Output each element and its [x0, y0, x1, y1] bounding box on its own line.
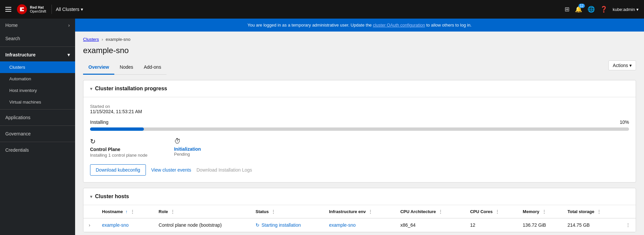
col-status[interactable]: Status ⋮ [250, 205, 324, 218]
row-kebab-icon[interactable]: ⋮ [626, 222, 630, 228]
install-step-control-plane: ↻ Control Plane Installing 1 control pla… [90, 137, 148, 158]
control-plane-icon: ↻ [90, 137, 148, 145]
sidebar-governance-label: Governance [5, 131, 31, 136]
page-content: Clusters › example-sno example-sno Overv… [75, 32, 644, 235]
infra-col-menu[interactable]: ⋮ [368, 209, 373, 214]
cell-role: Control plane node (bootstrap) [153, 218, 250, 232]
storage-col-menu[interactable]: ⋮ [597, 209, 601, 214]
actions-label: Actions [613, 63, 628, 68]
download-logs-label: Download Installation Logs [196, 167, 252, 173]
col-role[interactable]: Role ⋮ [153, 205, 250, 218]
cluster-selector-label: All Clusters [56, 7, 79, 12]
cpu-cores-col-menu[interactable]: ⋮ [495, 209, 499, 214]
hostname-col-menu[interactable]: ⋮ [130, 209, 135, 214]
control-plane-status: Installing 1 control plane node [90, 153, 148, 158]
col-cpu-arch[interactable]: CPU Architecture ⋮ [395, 205, 465, 218]
sidebar-divider-1 [0, 46, 75, 47]
status-col-menu[interactable]: ⋮ [271, 209, 275, 214]
expand-col [83, 205, 97, 218]
initialization-link[interactable]: Initialization [174, 146, 201, 152]
sidebar-search-label: Search [5, 36, 20, 41]
main-content: You are logged in as a temporary adminis… [75, 19, 644, 235]
cluster-hosts-title: Cluster hosts [95, 194, 129, 199]
sidebar-divider-2 [0, 109, 75, 110]
globe-icon[interactable]: 🌐 [588, 6, 595, 13]
sidebar-credentials-label: Credentials [5, 147, 29, 153]
page-header: Overview Nodes Add-ons Actions ▾ [83, 60, 636, 75]
hamburger-menu[interactable] [5, 7, 11, 12]
sidebar-item-virtual-machines[interactable]: Virtual machines [0, 96, 75, 108]
memory-col-menu[interactable]: ⋮ [542, 209, 546, 214]
cell-cpu-arch: x86_64 [395, 218, 465, 232]
installation-section-body: Started on 11/15/2024, 11:53:21 AM Insta… [83, 97, 636, 182]
username: kube:admin [613, 7, 635, 12]
install-steps: ↻ Control Plane Installing 1 control pla… [90, 137, 629, 158]
breadcrumb-clusters[interactable]: Clusters [83, 37, 99, 42]
cell-infra-env: example-sno [324, 218, 395, 232]
sidebar-home-chevron: › [68, 23, 70, 28]
sidebar-host-inventory-label: Host inventory [9, 88, 37, 93]
grid-icon[interactable]: ⊞ [565, 6, 570, 13]
progress-info: Installing 10% [90, 119, 629, 125]
actions-button[interactable]: Actions ▾ [608, 60, 636, 70]
infra-env-link[interactable]: example-sno [329, 222, 356, 228]
notification-badge: 12 [579, 4, 585, 8]
hosts-collapse-icon: ▾ [90, 194, 92, 199]
sidebar-item-home[interactable]: Home › [0, 19, 75, 32]
hosts-table-header: Hostname ↑ ⋮ Role ⋮ Status [83, 205, 636, 218]
installation-section-title: Cluster installation progress [95, 86, 167, 92]
sidebar-item-automation[interactable]: Automation [0, 73, 75, 85]
cell-kebab[interactable]: ⋮ [620, 218, 636, 232]
installation-progress-card: ▾ Cluster installation progress Started … [83, 80, 636, 183]
sidebar-item-host-inventory[interactable]: Host inventory [0, 85, 75, 96]
download-kubeconfig-button[interactable]: Download kubeconfig [90, 164, 146, 176]
brand-line1: Red Hat [30, 5, 46, 9]
installation-section-header[interactable]: ▾ Cluster installation progress [83, 80, 636, 97]
user-menu[interactable]: kube:admin ▾ [613, 7, 639, 12]
row-expand-cell[interactable]: › [83, 218, 97, 232]
col-cpu-cores[interactable]: CPU Cores ⋮ [465, 205, 517, 218]
page-title: example-sno [83, 46, 636, 55]
cluster-hosts-section-header[interactable]: ▾ Cluster hosts [83, 188, 636, 205]
breadcrumb-current: example-sno [106, 37, 130, 42]
sidebar-home-label: Home [5, 23, 18, 28]
cluster-hosts-card: ▾ Cluster hosts Hostname ↑ ⋮ [83, 188, 636, 232]
status-link[interactable]: Starting installation [262, 222, 301, 228]
cpu-cores-value: 12 [470, 222, 476, 228]
sidebar-clusters-label: Clusters [9, 65, 25, 70]
tab-overview[interactable]: Overview [83, 60, 114, 75]
view-cluster-events-link[interactable]: View cluster events [151, 167, 191, 173]
cpu-arch-col-menu[interactable]: ⋮ [438, 209, 443, 214]
started-on: Started on 11/15/2024, 11:53:21 AM [90, 104, 629, 114]
role-col-menu[interactable]: ⋮ [170, 209, 175, 214]
cell-hostname: example-sno [97, 218, 153, 232]
cell-status: ↻ Starting installation [250, 218, 324, 232]
hostname-link[interactable]: example-sno [102, 222, 129, 228]
sidebar-item-search[interactable]: Search [0, 32, 75, 45]
col-infra-env[interactable]: Infrastructure env ⋮ [324, 205, 395, 218]
sidebar-item-applications[interactable]: Applications [0, 111, 75, 124]
tab-addons[interactable]: Add-ons [139, 60, 166, 75]
sidebar-item-credentials[interactable]: Credentials [0, 143, 75, 157]
sidebar-item-clusters[interactable]: Clusters [0, 61, 75, 73]
breadcrumb: Clusters › example-sno [83, 37, 636, 42]
sidebar-item-governance[interactable]: Governance [0, 127, 75, 140]
sidebar: Home › Search Infrastructure ▾ Clusters … [0, 19, 75, 235]
status-installing: ↻ Starting installation [256, 222, 318, 228]
sidebar-divider-4 [0, 142, 75, 142]
tab-nodes[interactable]: Nodes [114, 60, 138, 75]
col-memory[interactable]: Memory ⋮ [517, 205, 562, 218]
banner-message-end: to allow others to log in. [426, 23, 472, 28]
help-icon[interactable]: ❓ [600, 6, 607, 13]
col-total-storage[interactable]: Total storage ⋮ [562, 205, 620, 218]
progress-pct: 10% [620, 119, 629, 125]
hosts-table-wrapper: Hostname ↑ ⋮ Role ⋮ Status [83, 205, 636, 232]
row-expand-icon[interactable]: › [89, 222, 90, 228]
banner-link[interactable]: cluster OAuth configuration [373, 23, 425, 28]
sidebar-item-infrastructure[interactable]: Infrastructure ▾ [0, 48, 75, 61]
top-navigation: Red Hat OpenShift All Clusters ▾ ⊞ 🔔 12 … [0, 0, 644, 19]
cluster-selector[interactable]: All Clusters ▾ [52, 5, 87, 14]
col-hostname[interactable]: Hostname ↑ ⋮ [97, 205, 153, 218]
cell-memory: 136.72 GiB [517, 218, 562, 232]
sidebar-divider-3 [0, 125, 75, 126]
